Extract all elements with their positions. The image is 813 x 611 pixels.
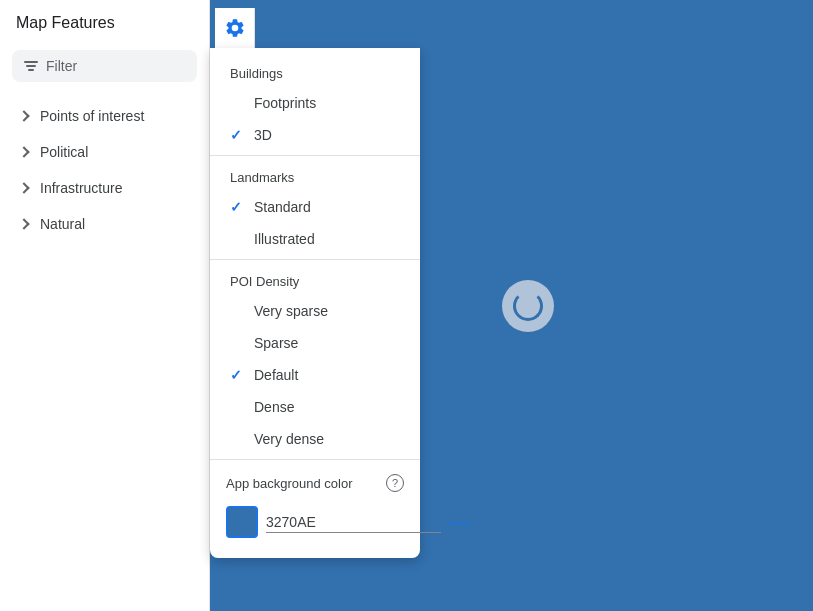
chevron-icon (18, 182, 29, 193)
dense-option[interactable]: Dense (210, 391, 420, 423)
spinner-animation (513, 291, 543, 321)
sidebar-header: Map Features (0, 0, 209, 42)
sidebar-item-natural[interactable]: Natural (0, 206, 209, 242)
map-features-title: Map Features (16, 14, 115, 32)
poi-density-section-label: POI Density (210, 264, 420, 295)
loading-spinner (502, 280, 554, 332)
sidebar-item-label: Infrastructure (40, 180, 122, 196)
standard-option[interactable]: Standard (210, 191, 420, 223)
sidebar-item-points-of-interest[interactable]: Points of interest (0, 98, 209, 134)
bg-color-label-wrap: App background color (226, 476, 352, 491)
color-swatch[interactable] (226, 506, 258, 538)
very-sparse-option[interactable]: Very sparse (210, 295, 420, 327)
app-background-color-row: App background color ? (210, 464, 420, 502)
footprints-option[interactable]: Footprints (210, 87, 420, 119)
default-option[interactable]: Default (210, 359, 420, 391)
divider-2 (210, 259, 420, 260)
sidebar-item-political[interactable]: Political (0, 134, 209, 170)
color-input-row: — (210, 502, 420, 550)
filter-bar[interactable]: Filter (12, 50, 197, 82)
sidebar-item-label: Natural (40, 216, 85, 232)
chevron-icon (18, 218, 29, 229)
settings-button[interactable] (215, 8, 255, 48)
sparse-option[interactable]: Sparse (210, 327, 420, 359)
chevron-icon (18, 146, 29, 157)
illustrated-option[interactable]: Illustrated (210, 223, 420, 255)
settings-dropdown: Buildings Footprints 3D Landmarks Standa… (210, 48, 420, 558)
chevron-icon (18, 110, 29, 121)
color-clear-button[interactable]: — (449, 512, 469, 532)
3d-option[interactable]: 3D (210, 119, 420, 151)
gear-icon (224, 17, 246, 39)
sidebar-item-label: Political (40, 144, 88, 160)
bg-color-label: App background color (226, 476, 352, 491)
very-dense-option[interactable]: Very dense (210, 423, 420, 455)
filter-label: Filter (46, 58, 77, 74)
color-hex-input[interactable] (266, 512, 441, 533)
help-icon[interactable]: ? (386, 474, 404, 492)
landmarks-section-label: Landmarks (210, 160, 420, 191)
sidebar-nav: Points of interest Political Infrastruct… (0, 98, 209, 611)
sidebar-item-label: Points of interest (40, 108, 144, 124)
filter-icon (24, 61, 38, 71)
divider-1 (210, 155, 420, 156)
divider-3 (210, 459, 420, 460)
sidebar-item-infrastructure[interactable]: Infrastructure (0, 170, 209, 206)
buildings-section-label: Buildings (210, 56, 420, 87)
sidebar: Map Features Filter Points of interest P… (0, 0, 210, 611)
